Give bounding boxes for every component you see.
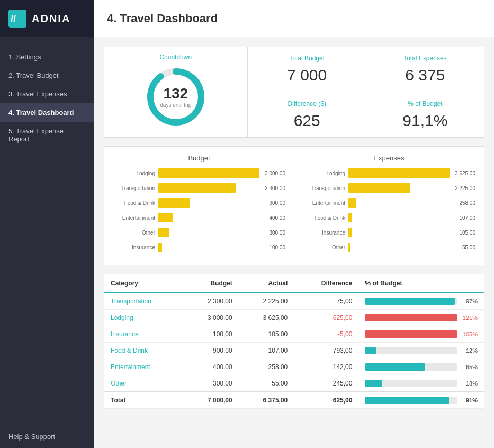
- cell-actual: 258,00: [239, 359, 294, 375]
- cell-pct: 91%: [358, 392, 484, 409]
- bar-fill: [158, 183, 236, 193]
- total-budget-label: Total Budget: [259, 55, 355, 62]
- countdown-card: Countdown 132 days until trip: [104, 47, 248, 137]
- bar-fill: [348, 228, 352, 237]
- total-expenses-value: 6 375: [377, 66, 473, 84]
- bar-label: Food & Drink: [303, 215, 345, 221]
- kpi-right: Total Budget 7 000 Total Expenses 6 375 …: [248, 47, 484, 137]
- cell-category: Entertainment: [104, 359, 183, 375]
- bar-value: 900,00: [269, 200, 285, 206]
- col-category: Category: [104, 274, 183, 293]
- cell-budget: 900,00: [183, 343, 239, 359]
- col-difference: Difference: [294, 274, 358, 293]
- bar-fill: [348, 243, 350, 252]
- bar-container: [348, 213, 454, 222]
- cell-actual: 55,00: [239, 375, 294, 392]
- bar-value: 100,00: [269, 245, 285, 250]
- bar-value: 107,00: [459, 215, 475, 221]
- bar-value: 3 625,00: [455, 171, 475, 176]
- budget-chart-title: Budget: [113, 154, 285, 162]
- cell-difference: -5,00: [294, 326, 358, 343]
- table-row: Lodging3 000,003 625,00-625,00121%: [104, 310, 484, 326]
- bar-row: Insurance100,00: [113, 243, 285, 252]
- sidebar-item-travel-expense-report[interactable]: 5. Travel Expense Report: [0, 122, 94, 148]
- expenses-chart-title: Expenses: [303, 154, 475, 162]
- bar-label: Lodging: [303, 171, 345, 176]
- bar-row: Lodging3 000,00: [113, 168, 285, 178]
- budget-table: Category Budget Actual Difference % of B…: [104, 274, 484, 409]
- bar-row: Insurance105,00: [303, 228, 475, 237]
- bar-row: Lodging3 625,00: [303, 168, 475, 178]
- bar-row: Other55,00: [303, 243, 475, 252]
- bar-container: [158, 168, 259, 178]
- cell-category: Food & Drink: [104, 343, 183, 359]
- bar-fill: [158, 168, 259, 178]
- budget-chart: Budget Lodging3 000,00Transportation2 30…: [104, 147, 294, 265]
- svg-text://: //: [11, 14, 16, 24]
- bar-value: 2 225,00: [455, 185, 475, 191]
- expenses-chart: Expenses Lodging3 625,00Transportation2 …: [294, 147, 484, 265]
- bar-row: Food & Drink107,00: [303, 213, 475, 222]
- bar-container: [348, 183, 450, 193]
- countdown-label: Countdown: [159, 53, 192, 61]
- total-budget-value: 7 000: [259, 66, 355, 84]
- pct-text: 18%: [461, 380, 478, 387]
- logo-text: ADNIA: [32, 13, 70, 25]
- cell-difference: 793,00: [294, 343, 358, 359]
- table-row: Entertainment400,00258,00142,0065%: [104, 359, 484, 375]
- pct-budget-card: % of Budget 91,1%: [366, 92, 484, 137]
- logo-icon: //: [8, 10, 26, 28]
- pct-text: 91%: [461, 397, 478, 404]
- table-header-row: Category Budget Actual Difference % of B…: [104, 274, 484, 293]
- bar-container: [158, 243, 264, 252]
- bar-label: Transportation: [303, 185, 345, 191]
- table-section: Category Budget Actual Difference % of B…: [104, 274, 484, 409]
- cell-budget: 300,00: [183, 375, 239, 392]
- bar-fill: [348, 213, 352, 222]
- cell-category: Other: [104, 375, 183, 392]
- table-row: Other300,0055,00245,0018%: [104, 375, 484, 392]
- difference-card: Difference ($) 625: [248, 92, 366, 137]
- bar-label: Other: [303, 245, 345, 250]
- nav-list: 1. Settings2. Travel Budget3. Travel Exp…: [0, 37, 94, 425]
- table-row: Insurance100,00105,00-5,00105%: [104, 326, 484, 343]
- budget-bars: Lodging3 000,00Transportation2 300,00Foo…: [113, 168, 285, 252]
- bar-fill: [158, 228, 169, 237]
- bar-value: 400,00: [269, 215, 285, 221]
- bar-value: 105,00: [459, 230, 475, 236]
- sidebar-item-settings[interactable]: 1. Settings: [0, 48, 94, 66]
- help-support-link[interactable]: Help & Support: [0, 425, 94, 448]
- bar-label: Transportation: [113, 185, 155, 191]
- bar-container: [158, 228, 264, 237]
- cell-difference: 245,00: [294, 375, 358, 392]
- table-row: Total7 000,006 375,00625,0091%: [104, 392, 484, 409]
- bar-fill: [158, 243, 162, 252]
- cell-budget: 2 300,00: [183, 293, 239, 310]
- sidebar-item-travel-expenses[interactable]: 3. Travel Expenses: [0, 85, 94, 103]
- bar-value: 55,00: [462, 245, 475, 250]
- cell-actual: 2 225,00: [239, 293, 294, 310]
- cell-actual: 6 375,00: [239, 392, 294, 409]
- expenses-bars: Lodging3 625,00Transportation2 225,00Ent…: [303, 168, 475, 252]
- countdown-sub: days until trip: [160, 102, 191, 108]
- bar-label: Entertainment: [303, 200, 345, 206]
- cell-actual: 3 625,00: [239, 310, 294, 326]
- cell-category: Total: [104, 392, 183, 409]
- bar-row: Transportation2 225,00: [303, 183, 475, 193]
- sidebar-item-travel-budget[interactable]: 2. Travel Budget: [0, 66, 94, 85]
- col-pct-budget: % of Budget: [358, 274, 484, 293]
- total-expenses-card: Total Expenses 6 375: [366, 47, 484, 92]
- sidebar-item-travel-dashboard[interactable]: 4. Travel Dashboard: [0, 103, 94, 122]
- col-actual: Actual: [239, 274, 294, 293]
- bar-fill: [348, 168, 450, 178]
- pct-text: 105%: [461, 331, 478, 337]
- total-budget-card: Total Budget 7 000: [248, 47, 366, 92]
- cell-pct: 97%: [358, 293, 484, 310]
- countdown-days: 132: [160, 86, 191, 101]
- cell-budget: 7 000,00: [183, 392, 239, 409]
- main-content: 4. Travel Dashboard Countdown 132 days u…: [94, 0, 494, 448]
- cell-actual: 105,00: [239, 326, 294, 343]
- pct-budget-value: 91,1%: [377, 112, 473, 130]
- bar-container: [158, 183, 259, 193]
- bar-label: Food & Drink: [113, 200, 155, 206]
